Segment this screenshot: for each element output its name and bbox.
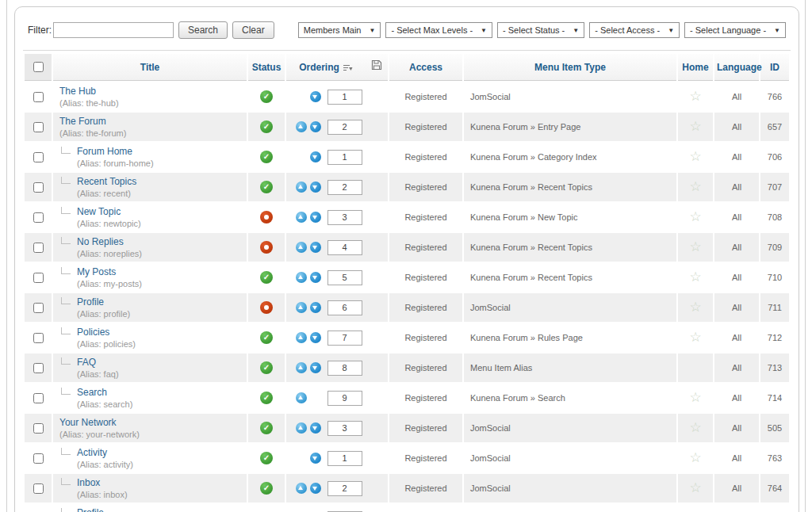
max-levels-select[interactable]: - Select Max Levels - ▼: [385, 22, 492, 38]
home-star-icon[interactable]: ☆: [689, 450, 701, 465]
order-up-button[interactable]: [296, 272, 307, 283]
row-checkbox[interactable]: [33, 393, 44, 403]
search-button[interactable]: Search: [178, 21, 228, 39]
order-up-button[interactable]: [296, 422, 307, 434]
status-icon[interactable]: ✓: [260, 482, 273, 495]
header-id[interactable]: ID: [760, 54, 789, 81]
header-title[interactable]: Title: [53, 54, 247, 81]
home-star-icon[interactable]: ☆: [689, 209, 701, 224]
menu-item-title-link[interactable]: Policies: [77, 327, 109, 338]
ordering-input[interactable]: [327, 451, 362, 466]
row-checkbox[interactable]: [33, 273, 44, 283]
menu-item-title-link[interactable]: Activity: [77, 447, 107, 458]
header-status[interactable]: Status: [248, 54, 285, 81]
menu-item-title-link[interactable]: Your Network: [59, 417, 117, 428]
menu-item-title-link[interactable]: New Topic: [77, 206, 121, 217]
order-up-button[interactable]: [296, 212, 307, 223]
header-home[interactable]: Home: [678, 54, 713, 81]
ordering-input[interactable]: [327, 421, 362, 436]
home-star-icon[interactable]: ☆: [689, 300, 701, 315]
order-down-button[interactable]: [310, 422, 321, 434]
status-icon[interactable]: ✓: [260, 181, 273, 193]
home-star-icon[interactable]: ☆: [689, 89, 701, 104]
row-checkbox[interactable]: [33, 122, 44, 132]
row-checkbox[interactable]: [33, 182, 44, 193]
menu-item-title-link[interactable]: FAQ: [77, 357, 96, 368]
row-checkbox[interactable]: [33, 92, 44, 102]
menu-item-title-link[interactable]: Search: [77, 387, 107, 398]
order-down-button[interactable]: [310, 91, 321, 102]
ordering-input[interactable]: [327, 210, 362, 225]
select-all-checkbox[interactable]: [33, 62, 44, 72]
ordering-input[interactable]: [327, 331, 362, 346]
order-down-button[interactable]: [310, 332, 321, 343]
ordering-input[interactable]: [327, 270, 362, 285]
order-up-button[interactable]: [296, 392, 307, 403]
status-icon[interactable]: ✓: [260, 120, 273, 133]
home-star-icon[interactable]: ☆: [689, 269, 701, 285]
row-checkbox[interactable]: [33, 303, 44, 313]
ordering-input[interactable]: [327, 240, 362, 255]
order-down-button[interactable]: [310, 181, 321, 193]
menu-item-title-link[interactable]: The Hub: [59, 86, 96, 97]
status-icon[interactable]: [260, 211, 273, 224]
status-icon[interactable]: ✓: [260, 331, 273, 344]
ordering-input[interactable]: [327, 481, 362, 496]
row-checkbox[interactable]: [33, 423, 44, 434]
ordering-input[interactable]: [327, 361, 362, 376]
order-up-button[interactable]: [296, 181, 307, 193]
ordering-input[interactable]: [327, 150, 362, 165]
status-icon[interactable]: ✓: [260, 392, 273, 404]
order-down-button[interactable]: [310, 483, 321, 494]
status-icon[interactable]: ✓: [260, 361, 273, 374]
order-down-button[interactable]: [310, 302, 321, 313]
order-down-button[interactable]: [310, 151, 321, 162]
menu-item-title-link[interactable]: Recent Topics: [77, 176, 136, 187]
home-star-icon[interactable]: ☆: [689, 420, 701, 435]
home-star-icon[interactable]: ☆: [689, 480, 701, 495]
save-order-icon[interactable]: [371, 59, 382, 71]
clear-button[interactable]: Clear: [232, 21, 274, 39]
ordering-input[interactable]: [327, 120, 362, 135]
status-select[interactable]: - Select Status - ▼: [497, 22, 584, 38]
status-icon[interactable]: ✓: [260, 151, 273, 163]
row-checkbox[interactable]: [33, 483, 44, 494]
row-checkbox[interactable]: [33, 243, 44, 253]
menu-item-title-link[interactable]: The Forum: [59, 116, 106, 127]
status-icon[interactable]: ✓: [260, 90, 273, 103]
menu-item-title-link[interactable]: Forum Home: [77, 146, 132, 157]
ordering-input[interactable]: [327, 300, 362, 315]
order-up-button[interactable]: [296, 121, 307, 132]
ordering-input[interactable]: [327, 180, 362, 195]
menu-item-title-link[interactable]: Profile: [77, 507, 104, 512]
menutype-select[interactable]: Members Main ▼: [298, 22, 381, 38]
header-access[interactable]: Access: [389, 54, 462, 81]
home-star-icon[interactable]: ☆: [689, 179, 701, 194]
status-icon[interactable]: ✓: [260, 422, 273, 434]
order-up-button[interactable]: [296, 332, 307, 343]
ordering-input[interactable]: [327, 90, 362, 105]
row-checkbox[interactable]: [33, 212, 44, 223]
menu-item-title-link[interactable]: Inbox: [77, 477, 100, 488]
ordering-input[interactable]: [327, 391, 362, 406]
home-star-icon[interactable]: ☆: [689, 119, 701, 134]
status-icon[interactable]: [260, 301, 273, 314]
row-checkbox[interactable]: [33, 152, 44, 162]
home-star-icon[interactable]: ☆: [689, 390, 701, 405]
row-checkbox[interactable]: [33, 333, 44, 343]
home-star-icon[interactable]: ☆: [689, 239, 701, 254]
status-icon[interactable]: ✓: [260, 271, 273, 284]
row-checkbox[interactable]: [33, 363, 44, 373]
order-down-button[interactable]: [310, 242, 321, 253]
header-ordering[interactable]: Ordering: [286, 54, 388, 81]
order-up-button[interactable]: [296, 483, 307, 494]
order-up-button[interactable]: [296, 242, 307, 253]
access-select[interactable]: - Select Access - ▼: [589, 22, 680, 38]
order-up-button[interactable]: [296, 302, 307, 313]
order-down-button[interactable]: [310, 453, 321, 464]
status-icon[interactable]: ✓: [260, 452, 273, 464]
row-checkbox[interactable]: [33, 453, 44, 464]
home-star-icon[interactable]: ☆: [689, 149, 701, 164]
filter-input[interactable]: [53, 22, 174, 38]
menu-item-title-link[interactable]: Profile: [77, 296, 104, 308]
